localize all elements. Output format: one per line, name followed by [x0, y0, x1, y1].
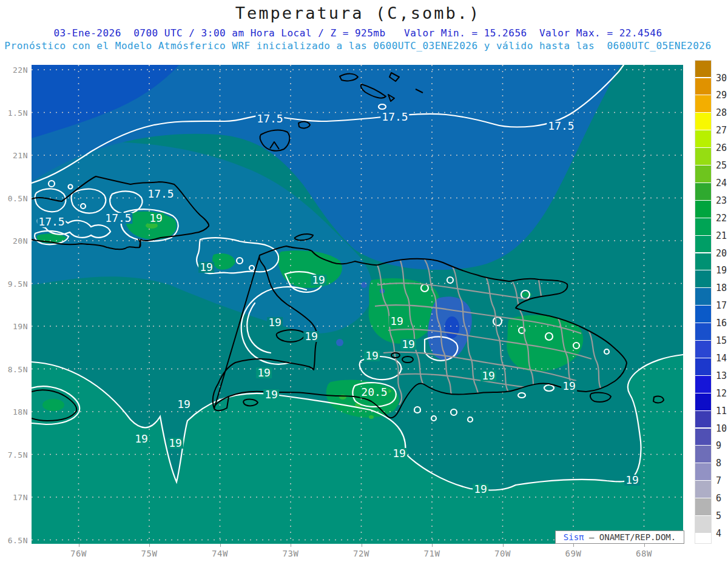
colorbar-segment: [695, 463, 711, 481]
contour-value-label: 17.5: [146, 189, 175, 199]
lon-tick-mark: [291, 544, 291, 547]
contour-value-label: 17.5: [380, 112, 409, 122]
colorbar-segment: [695, 253, 711, 271]
contour-value-label: 19: [133, 433, 149, 444]
colorbar-tick-label: 21: [716, 230, 727, 241]
watermark-text: – ONAMET/REP.DOM.: [584, 532, 676, 542]
colorbar-tick-label: 25: [716, 160, 727, 171]
contour-value-label: 19: [400, 339, 416, 350]
contour-value-label: 19: [311, 275, 326, 286]
colorbar-segment: [695, 429, 711, 446]
colorbar-segment: [695, 113, 711, 130]
lon-tick-label: 73W: [283, 549, 299, 558]
colorbar-segment: [695, 393, 711, 411]
contour-value-label: 17.5: [547, 121, 575, 132]
contour-value-label: 17.5: [104, 213, 132, 224]
contour-value-label: 19: [198, 262, 214, 273]
colorbar-segment: [695, 270, 711, 288]
colorbar-segment: [695, 516, 711, 534]
contour-value-label: 19: [148, 213, 164, 224]
colorbar-tick-label: 20: [716, 248, 727, 259]
colorbar-tick-label: 24: [716, 178, 727, 189]
colorbar-segment: [695, 130, 711, 148]
contour-value-label: 19: [263, 389, 279, 400]
colorbar-segment: [695, 78, 711, 96]
colorbar-tick-label: 19: [716, 265, 727, 276]
colorbar-segment: [695, 201, 711, 218]
lon-tick-label: 69W: [565, 549, 582, 558]
colorbar-tick-label: 11: [716, 406, 727, 416]
contour-value-label: 19: [480, 370, 496, 381]
lat-tick-label: 6.5N: [0, 535, 28, 544]
colorbar-segment: [695, 411, 711, 429]
colorbar-tick-label: 4: [716, 528, 721, 539]
lon-tick-label: 76W: [70, 549, 87, 558]
lon-tick-label: 70W: [494, 549, 511, 558]
colorbar-tick-label: 16: [716, 318, 727, 329]
colorbar-segment: [695, 183, 711, 201]
contour-value-label: 19: [167, 438, 183, 449]
colorbar-segment: [695, 236, 711, 253]
contour-value-label: 19: [389, 316, 405, 327]
colorbar-tick-label: 12: [716, 388, 727, 399]
colorbar-tick-label: 30: [716, 73, 727, 84]
colorbar-tick-label: 13: [716, 370, 727, 381]
colorbar-segment: [695, 95, 711, 113]
contour-value-label: 19: [391, 448, 407, 459]
colorbar-tick-label: 15: [716, 335, 727, 346]
colorbar-tick-label: 22: [716, 213, 727, 224]
colorbar-tick-label: 28: [716, 107, 727, 118]
page-title: Temperatura (C,somb.): [0, 4, 716, 22]
lon-tick-label: 68W: [636, 549, 652, 558]
lat-tick-label: 17N: [0, 493, 28, 502]
contour-value-label: 17.5: [37, 216, 66, 227]
lat-tick-label: 9.5N: [0, 279, 28, 288]
contour-value-label: 19: [176, 399, 192, 410]
colorbar-segment: [695, 481, 711, 498]
colorbar-segment: [695, 498, 711, 516]
lon-tick-mark: [503, 544, 504, 547]
lat-tick-label: 8.5N: [0, 364, 28, 373]
colorbar-tick-label: 27: [716, 125, 727, 136]
colorbar-tick-label: 14: [716, 353, 727, 364]
lon-tick-mark: [644, 544, 645, 547]
lat-tick-label: 7.5N: [0, 450, 28, 459]
lon-tick-mark: [573, 544, 574, 547]
lon-tick-label: 74W: [212, 549, 228, 558]
colorbar-tick-label: 29: [716, 90, 727, 101]
colorbar-tick-label: 10: [716, 423, 727, 434]
subtitle-model-info: Pronóstico con el Modelo Atmósferico WRF…: [0, 40, 716, 52]
colorbar-tick-label: 26: [716, 142, 727, 153]
lat-tick-label: 18N: [0, 407, 28, 416]
contour-value-label: 19: [364, 350, 380, 361]
colorbar-tick-label: 7: [716, 475, 721, 486]
colorbar-segment: [695, 288, 711, 306]
watermark: Sisπ – ONAMET/REP.DOM.: [555, 530, 684, 544]
lat-tick-label: 1.5N: [0, 108, 28, 117]
contour-value-label: 19: [303, 331, 319, 342]
lat-tick-label: 21N: [0, 151, 28, 160]
contour-value-label: 19: [267, 317, 283, 328]
weather-map-figure: Temperatura (C,somb.) 03-Ene-2026 0700 U…: [0, 0, 728, 562]
contour-value-label: 17.5: [255, 113, 284, 124]
subtitle-valid-time: 03-Ene-2026 0700 UTC / 3:00 am Hora Loca…: [0, 27, 716, 39]
watermark-brand: Sisπ: [564, 532, 584, 542]
lon-tick-mark: [362, 544, 362, 547]
colorbar-segment: [695, 148, 711, 166]
lon-tick-label: 71W: [424, 549, 440, 558]
colorbar-segment: [695, 446, 711, 463]
colorbar-segment: [695, 323, 711, 341]
lat-tick-label: 22N: [0, 65, 28, 75]
colorbar-segment: [695, 534, 711, 544]
lon-tick-mark: [220, 544, 221, 547]
lat-tick-label: 0.5N: [0, 193, 28, 202]
contour-value-label: 19: [473, 484, 488, 495]
lon-tick-mark: [149, 544, 150, 547]
temperature-shading: [32, 65, 683, 544]
contour-value-label: 20.5: [360, 387, 388, 398]
lon-tick-mark: [79, 544, 79, 547]
colorbar-segment: [695, 218, 711, 236]
colorbar-tick-label: 18: [716, 283, 727, 293]
contour-value-label: 19: [624, 475, 640, 486]
colorbar-segment: [695, 376, 711, 393]
